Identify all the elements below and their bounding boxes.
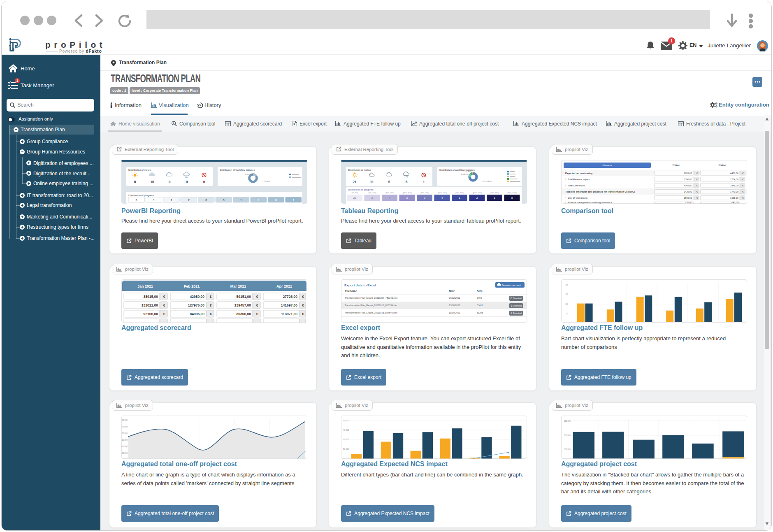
svg-text:1 (2.9%): 1 (2.9%) — [464, 170, 471, 172]
svg-text:1: 1 — [240, 198, 242, 202]
svg-text:↳: ↳ — [565, 184, 566, 186]
svg-text:[15%, 25%]: [15%, 25%] — [385, 192, 394, 194]
svg-text:43 (70.47%): 43 (70.47%) — [483, 180, 492, 182]
svg-text:€: € — [210, 312, 212, 316]
svg-text:[75%, 85%]: [75%, 85%] — [490, 192, 499, 194]
svg-text:0: 0 — [169, 180, 171, 184]
svg-text:07/02/2022: 07/02/2022 — [449, 297, 460, 299]
svg-text:84996,00: 84996,00 — [190, 312, 205, 316]
svg-text:Transformation Plan_Export_202: Transformation Plan_Export_20220207_7892… — [345, 297, 397, 299]
svg-text:150,000: 150,000 — [564, 448, 571, 451]
svg-text:Elements: Elements — [603, 164, 612, 167]
svg-text:40.000: 40.000 — [122, 426, 128, 428]
svg-text:63296: 63296 — [477, 311, 483, 314]
svg-text:22: 22 — [353, 196, 356, 199]
svg-text:0: 0 — [203, 180, 205, 184]
svg-text:1 (14.3%): 1 (14.3%) — [262, 180, 270, 182]
svg-text:Export data to Excel: Export data to Excel — [344, 283, 376, 287]
svg-text:One-off project cost: One-off project cost — [568, 197, 587, 199]
svg-text:Total one-off project cost pro: Total one-off project cost proposed for … — [565, 190, 635, 193]
svg-text:[0%, 5%]: [0%, 5%] — [352, 192, 358, 194]
svg-text:0: 0 — [186, 180, 188, 184]
svg-text:92106,00: 92106,00 — [144, 312, 158, 316]
svg-text:250,000: 250,000 — [564, 420, 571, 422]
svg-text:4: 4 — [389, 196, 390, 199]
svg-text:TOTAL: TOTAL — [672, 164, 680, 167]
svg-text:113971,00: 113971,00 — [281, 312, 297, 316]
svg-text:€: € — [742, 178, 743, 181]
svg-text:TOTAL: TOTAL — [718, 164, 727, 167]
svg-text:€: € — [210, 303, 212, 307]
svg-text:59151,00: 59151,00 — [237, 295, 251, 299]
svg-text:-10.000: -10.000 — [121, 439, 128, 441]
svg-text:2: 2 — [371, 196, 373, 199]
svg-text:Date: Date — [449, 290, 455, 293]
svg-text:€: € — [742, 172, 743, 174]
svg-text:-35.000: -35.000 — [121, 446, 128, 448]
svg-text:70,000: 70,000 — [343, 429, 349, 431]
svg-text:Jan 2021: Jan 2021 — [137, 284, 153, 288]
svg-text:[85%, 100%]: [85%, 100%] — [508, 192, 517, 194]
svg-text:[25%, 35%]: [25%, 35%] — [403, 192, 411, 194]
svg-text:0: 0 — [134, 180, 136, 184]
svg-text:Expected net cost saving: Expected net cost saving — [565, 172, 592, 174]
svg-text:720,00: 720,00 — [685, 201, 692, 204]
svg-text:Download: Download — [513, 305, 522, 307]
svg-text:13/10/2021: 13/10/2021 — [449, 311, 460, 314]
svg-text:6390,00: 6390,00 — [684, 178, 692, 181]
svg-text:141697,00: 141697,00 — [281, 303, 297, 307]
svg-text:131021,00: 131021,00 — [142, 303, 158, 307]
svg-text:€: € — [302, 295, 304, 299]
svg-text:1: 1 — [494, 196, 495, 199]
svg-text:[45%, 55%]: [45%, 55%] — [438, 192, 446, 194]
svg-text:1: 1 — [459, 196, 460, 199]
svg-text:0: 0 — [424, 196, 425, 199]
svg-text:6 (85.7%): 6 (85.7%) — [245, 173, 253, 175]
svg-text:5: 5 — [406, 180, 408, 184]
svg-text:0: 0 — [205, 198, 207, 202]
svg-text:Distribution of meteo: Distribution of meteo — [128, 169, 151, 171]
svg-text:2: 2 — [188, 198, 190, 202]
svg-text:Download: Download — [513, 297, 522, 300]
svg-text:1740,00: 1740,00 — [730, 190, 738, 193]
svg-text:50,000: 50,000 — [343, 448, 349, 450]
svg-text:External management consulting: External management consulting assistanc… — [568, 201, 612, 204]
svg-text:€: € — [256, 303, 258, 307]
svg-text:1: 1 — [153, 198, 155, 202]
svg-text:Transformation Plan_Export_202: Transformation Plan_Export_20211013_8553… — [345, 304, 397, 307]
svg-text:4406,00: 4406,00 — [730, 172, 738, 174]
svg-text:3: 3 — [136, 198, 137, 202]
svg-text:20: 20 — [565, 303, 568, 305]
svg-text:1690,00: 1690,00 — [684, 197, 692, 199]
svg-text:60,000: 60,000 — [343, 439, 349, 441]
svg-text:€: € — [210, 295, 212, 299]
svg-text:53411: 53411 — [477, 304, 483, 307]
svg-text:€: € — [302, 303, 304, 307]
svg-text:2: 2 — [476, 196, 478, 199]
svg-text:Total Revenue Impact: Total Revenue Impact — [568, 178, 590, 181]
svg-text:Filename: Filename — [345, 290, 357, 293]
svg-text:-60.000: -60.000 — [121, 452, 128, 454]
svg-text:Feb 2021: Feb 2021 — [184, 284, 200, 288]
svg-text:[35%, 45%]: [35%, 45%] — [420, 192, 429, 194]
svg-text:30: 30 — [565, 283, 568, 286]
svg-text:25: 25 — [565, 293, 568, 295]
svg-text:€: € — [163, 295, 165, 299]
svg-text:7704,00: 7704,00 — [730, 178, 738, 181]
svg-text:80306,00: 80306,00 — [237, 312, 251, 316]
svg-text:9769: 9769 — [477, 297, 482, 299]
svg-text:2420,00: 2420,00 — [684, 190, 692, 193]
svg-text:Download: Download — [513, 312, 522, 314]
svg-text:↳: ↳ — [565, 197, 566, 199]
svg-text:Transformation Plan_Export_202: Transformation Plan_Export_20211013_8548… — [345, 311, 397, 314]
svg-text:5: 5 — [511, 196, 513, 199]
svg-text:42980,00: 42980,00 — [190, 295, 205, 299]
svg-text:1: 1 — [170, 198, 172, 202]
svg-text:€: € — [696, 184, 698, 187]
svg-text:4945,00: 4945,00 — [684, 184, 692, 187]
svg-text:2: 2 — [406, 196, 408, 199]
svg-text:Generate a new report: Generate a new report — [502, 284, 521, 286]
svg-text:38915,00: 38915,00 — [144, 295, 158, 299]
svg-text:[65%, 75%]: [65%, 75%] — [473, 192, 481, 194]
svg-text:8 (24.4%): 8 (24.4%) — [461, 173, 469, 175]
